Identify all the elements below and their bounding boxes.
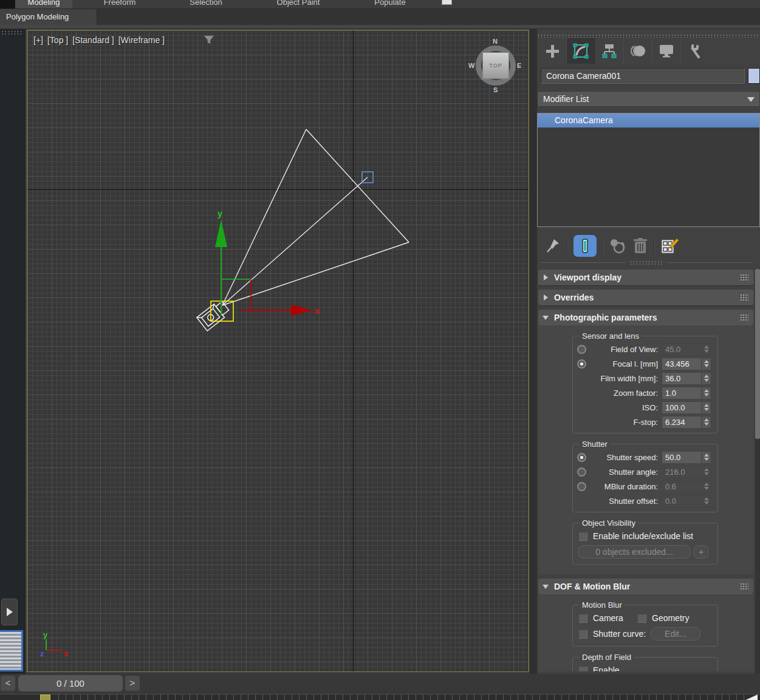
spinner-arrows[interactable]	[702, 466, 711, 478]
depth-of-field-group: Depth of Field Enable	[572, 653, 718, 671]
shutter-angle-label: Shutter angle:	[586, 467, 662, 477]
panel-splitter[interactable]	[529, 29, 537, 674]
fov-spinner[interactable]	[662, 343, 713, 356]
mblur-duration-label: MBlur duration:	[586, 482, 662, 491]
mini-listener-panel[interactable]	[0, 630, 23, 671]
pin-stack-icon[interactable]	[546, 238, 561, 254]
make-unique-icon[interactable]	[609, 237, 627, 254]
object-color-swatch[interactable]	[748, 68, 760, 84]
ribbon-minimize-icon[interactable]	[442, 0, 452, 5]
ribbon-tab-selection[interactable]: Selection	[178, 0, 234, 9]
add-excluded-button[interactable]: +	[694, 545, 708, 559]
world-axis-tripod: y z x	[39, 630, 82, 662]
dof-enable-label: Enable	[587, 665, 620, 671]
shutter-curve-edit-button[interactable]: Edit...	[651, 627, 700, 641]
focal-radio[interactable]	[577, 359, 586, 369]
spinner-arrows[interactable]	[702, 343, 711, 356]
shutter-speed-value[interactable]	[662, 451, 702, 464]
previous-frame-button[interactable]: <	[1, 676, 15, 691]
shutter-offset-spinner[interactable]	[662, 495, 713, 508]
mblur-duration-radio[interactable]	[577, 482, 586, 491]
sensor-and-lens-group: Sensor and lens Field of View: Focal l. …	[572, 331, 718, 433]
spinner-arrows[interactable]	[702, 387, 711, 399]
spinner-arrows[interactable]	[702, 372, 711, 385]
fstop-spinner[interactable]	[662, 416, 713, 429]
mblur-duration-spinner[interactable]	[662, 480, 713, 493]
mblur-duration-value[interactable]	[662, 480, 702, 493]
fstop-value[interactable]	[662, 416, 702, 429]
object-name-field[interactable]	[541, 68, 745, 84]
zoom-factor-value[interactable]	[662, 387, 702, 399]
remove-modifier-trash-icon[interactable]	[632, 237, 648, 254]
mb-geometry-checkbox[interactable]	[637, 614, 646, 623]
toolbar-grip[interactable]	[1, 30, 23, 35]
tab-display[interactable]	[652, 38, 681, 64]
viewport-top[interactable]: [+] [Top ] [Standard ] [Wireframe ] N S …	[27, 30, 529, 672]
iso-value[interactable]	[662, 401, 702, 414]
shutter-angle-spinner[interactable]	[662, 466, 713, 478]
expand-panel-button[interactable]	[1, 599, 18, 625]
tab-utilities[interactable]	[681, 38, 710, 64]
spinner-arrows[interactable]	[702, 358, 711, 370]
modifier-stack[interactable]: CoronaCamera	[537, 113, 760, 227]
configure-modifier-sets-icon[interactable]	[660, 237, 679, 254]
tab-modify[interactable]	[567, 38, 595, 64]
current-frame-display[interactable]: 0 / 100	[18, 675, 123, 692]
shutter-speed-radio[interactable]	[577, 453, 586, 462]
iso-spinner[interactable]	[662, 401, 713, 414]
spinner-arrows[interactable]	[702, 495, 711, 508]
rollout-drag-handle[interactable]	[740, 583, 748, 590]
ribbon-tab-populate[interactable]: Populate	[362, 0, 418, 9]
spinner-arrows[interactable]	[702, 451, 711, 464]
ribbon-tab-freeform[interactable]: Freeform	[92, 0, 148, 9]
modifier-list-dropdown[interactable]: Modifier List	[537, 91, 760, 107]
ribbon-tab-object-paint[interactable]: Object Paint	[263, 0, 334, 9]
command-panel-grip[interactable]	[537, 34, 760, 38]
modifier-stack-item-selected[interactable]: CoronaCamera	[538, 114, 759, 127]
shutter-angle-radio[interactable]	[577, 467, 586, 477]
film-width-value[interactable]	[662, 372, 702, 385]
rollout-overrides[interactable]: Overrides	[538, 290, 753, 305]
spinner-arrows[interactable]	[702, 480, 711, 493]
time-slider-handle[interactable]	[40, 695, 50, 700]
zoom-factor-spinner[interactable]	[662, 387, 713, 399]
tab-hierarchy[interactable]	[595, 38, 624, 64]
dof-enable-checkbox[interactable]	[578, 666, 587, 672]
next-frame-button[interactable]: >	[125, 676, 140, 691]
timeline-ticks	[52, 695, 744, 700]
ribbon-tab-modeling[interactable]: Modeling	[15, 0, 72, 9]
rollout-resize-grip[interactable]	[537, 260, 760, 265]
rollout-drag-handle[interactable]	[740, 274, 748, 281]
shutter-curve-checkbox[interactable]	[578, 630, 587, 639]
shutter-offset-value[interactable]	[662, 495, 702, 508]
focal-spinner[interactable]	[662, 358, 713, 370]
scrollbar-thumb[interactable]	[755, 269, 760, 439]
film-width-spinner[interactable]	[662, 372, 713, 385]
enable-include-exclude-checkbox[interactable]	[578, 532, 587, 541]
spinner-arrows[interactable]	[702, 416, 711, 429]
rollout-dof-motion-blur[interactable]: DOF & Motion Blur	[538, 579, 753, 594]
show-end-result-button[interactable]	[573, 235, 597, 257]
shutter-speed-spinner[interactable]	[662, 451, 713, 464]
rollout-drag-handle[interactable]	[740, 294, 748, 301]
mb-camera-checkbox[interactable]	[578, 614, 587, 623]
fov-value[interactable]	[662, 343, 702, 356]
gizmo-y-label: y	[217, 209, 222, 219]
panel-scrollbar[interactable]	[755, 269, 760, 674]
rollout-viewport-display[interactable]: Viewport display	[538, 270, 753, 285]
group-title: Depth of Field	[580, 653, 634, 662]
tab-motion[interactable]	[624, 38, 652, 64]
gizmo-x-axis[interactable]: x	[241, 305, 320, 316]
timeline-ruler[interactable]	[0, 694, 760, 700]
polygon-modeling-panel-tab[interactable]: Polygon Modeling	[0, 9, 97, 25]
fov-radio[interactable]	[577, 345, 586, 354]
camera-object[interactable]: y x	[27, 30, 529, 672]
tab-create[interactable]	[538, 38, 567, 64]
ribbon-lower-strip	[0, 25, 760, 29]
rollout-drag-handle[interactable]	[740, 314, 748, 321]
shutter-angle-value[interactable]	[662, 466, 702, 478]
objects-excluded-button[interactable]: 0 objects excluded...	[578, 545, 691, 559]
spinner-arrows[interactable]	[702, 401, 711, 414]
focal-value[interactable]	[662, 358, 702, 370]
rollout-photographic-parameters[interactable]: Photographic parameters	[538, 310, 753, 325]
